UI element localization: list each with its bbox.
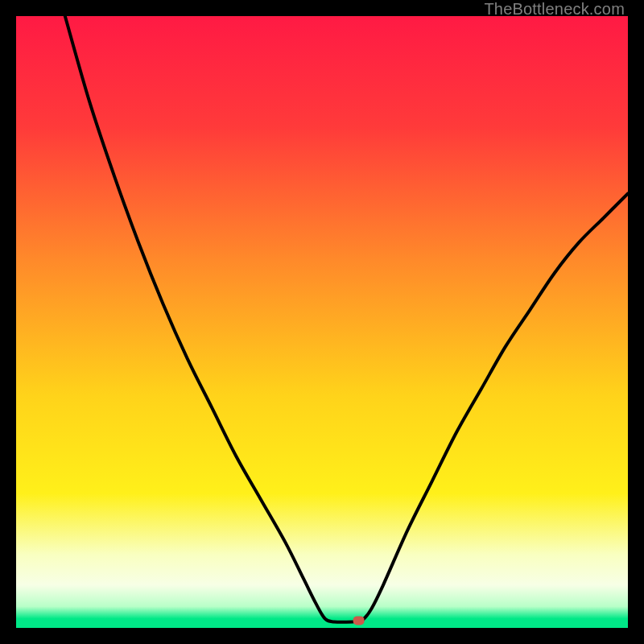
watermark-text: TheBottleneck.com [484, 0, 625, 19]
gradient-background [16, 16, 628, 628]
optimal-marker [353, 616, 365, 625]
chart-frame [16, 16, 628, 628]
bottleneck-chart [16, 16, 628, 628]
